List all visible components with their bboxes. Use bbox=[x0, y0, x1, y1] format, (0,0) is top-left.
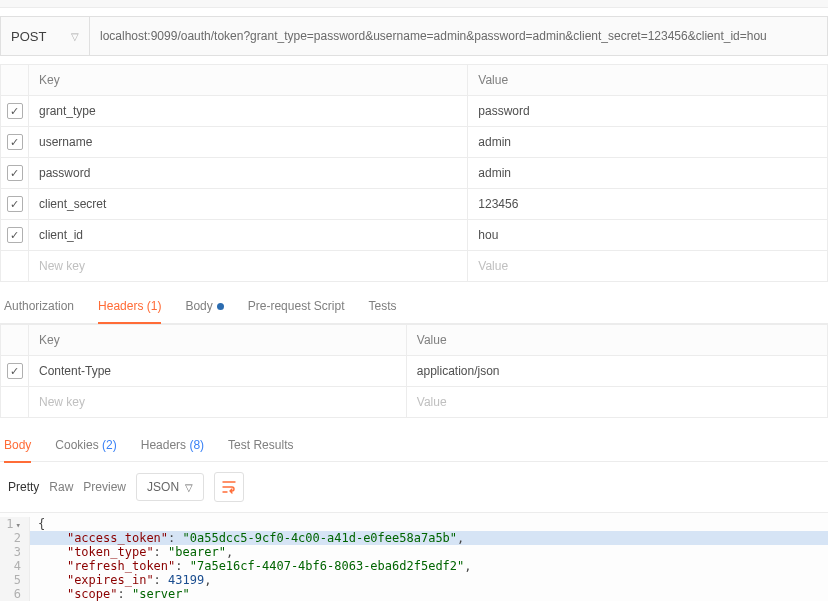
resp-tab-body[interactable]: Body bbox=[4, 428, 31, 462]
value-cell[interactable]: password bbox=[468, 96, 828, 127]
value-cell[interactable]: admin bbox=[468, 158, 828, 189]
format-select[interactable]: JSON▽ bbox=[136, 473, 204, 501]
table-row: client_secret123456 bbox=[1, 189, 828, 220]
row-checkbox[interactable] bbox=[7, 363, 23, 379]
headers-table: Key Value Content-Typeapplication/jsonNe… bbox=[0, 324, 828, 418]
key-cell[interactable]: client_secret bbox=[29, 189, 468, 220]
row-checkbox[interactable] bbox=[7, 227, 23, 243]
url-input[interactable]: localhost:9099/oauth/token?grant_type=pa… bbox=[90, 16, 828, 56]
tab-authorization[interactable]: Authorization bbox=[4, 289, 74, 323]
resp-tab-test-results[interactable]: Test Results bbox=[228, 428, 293, 462]
tab-headers[interactable]: Headers (1) bbox=[98, 289, 161, 323]
resp-tab-cookies[interactable]: Cookies (2) bbox=[55, 428, 116, 462]
row-checkbox[interactable] bbox=[7, 165, 23, 181]
wrap-lines-button[interactable] bbox=[214, 472, 244, 502]
table-row: usernameadmin bbox=[1, 127, 828, 158]
row-checkbox[interactable] bbox=[7, 196, 23, 212]
tab-body[interactable]: Body bbox=[185, 289, 223, 323]
tab-tests[interactable]: Tests bbox=[368, 289, 396, 323]
key-cell[interactable]: client_id bbox=[29, 220, 468, 251]
row-checkbox[interactable] bbox=[7, 103, 23, 119]
key-cell[interactable]: username bbox=[29, 127, 468, 158]
table-row: grant_typepassword bbox=[1, 96, 828, 127]
view-pretty-button[interactable]: Pretty bbox=[8, 480, 39, 494]
params-value-header: Value bbox=[468, 65, 828, 96]
response-body-editor[interactable]: 1▾{ 2 "access_token": "0a55dcc5-9cf0-4c0… bbox=[0, 512, 828, 601]
key-cell[interactable]: grant_type bbox=[29, 96, 468, 127]
new-value-cell[interactable]: Value bbox=[468, 251, 828, 282]
response-toolbar: Pretty Raw Preview JSON▽ bbox=[0, 462, 828, 512]
url-text: localhost:9099/oauth/token?grant_type=pa… bbox=[100, 29, 767, 43]
request-tabs: Authorization Headers (1) Body Pre-reque… bbox=[0, 288, 828, 324]
chevron-down-icon: ▽ bbox=[185, 482, 193, 493]
view-preview-button[interactable]: Preview bbox=[83, 480, 126, 494]
chevron-down-icon: ▽ bbox=[71, 31, 79, 42]
row-checkbox[interactable] bbox=[7, 134, 23, 150]
table-row: passwordadmin bbox=[1, 158, 828, 189]
tab-pre-request-script[interactable]: Pre-request Script bbox=[248, 289, 345, 323]
new-row[interactable]: New keyValue bbox=[1, 387, 828, 418]
key-cell[interactable]: password bbox=[29, 158, 468, 189]
new-key-cell[interactable]: New key bbox=[29, 251, 468, 282]
wrap-icon bbox=[221, 479, 237, 495]
value-cell[interactable]: application/json bbox=[406, 356, 827, 387]
new-value-cell[interactable]: Value bbox=[406, 387, 827, 418]
response-tabs: Body Cookies (2) Headers (8) Test Result… bbox=[0, 428, 828, 462]
value-cell[interactable]: 123456 bbox=[468, 189, 828, 220]
headers-key-header: Key bbox=[29, 325, 407, 356]
headers-checkbox-header bbox=[1, 325, 29, 356]
headers-value-header: Value bbox=[406, 325, 827, 356]
value-cell[interactable]: admin bbox=[468, 127, 828, 158]
table-row: Content-Typeapplication/json bbox=[1, 356, 828, 387]
unsaved-dot-icon bbox=[217, 303, 224, 310]
view-raw-button[interactable]: Raw bbox=[49, 480, 73, 494]
http-method-label: POST bbox=[11, 29, 46, 44]
table-row: client_idhou bbox=[1, 220, 828, 251]
http-method-select[interactable]: POST ▽ bbox=[0, 16, 90, 56]
key-cell[interactable]: Content-Type bbox=[29, 356, 407, 387]
params-checkbox-header bbox=[1, 65, 29, 96]
params-table: Key Value grant_typepasswordusernameadmi… bbox=[0, 64, 828, 282]
resp-tab-headers[interactable]: Headers (8) bbox=[141, 428, 204, 462]
new-key-cell[interactable]: New key bbox=[29, 387, 407, 418]
new-row[interactable]: New keyValue bbox=[1, 251, 828, 282]
params-key-header: Key bbox=[29, 65, 468, 96]
value-cell[interactable]: hou bbox=[468, 220, 828, 251]
